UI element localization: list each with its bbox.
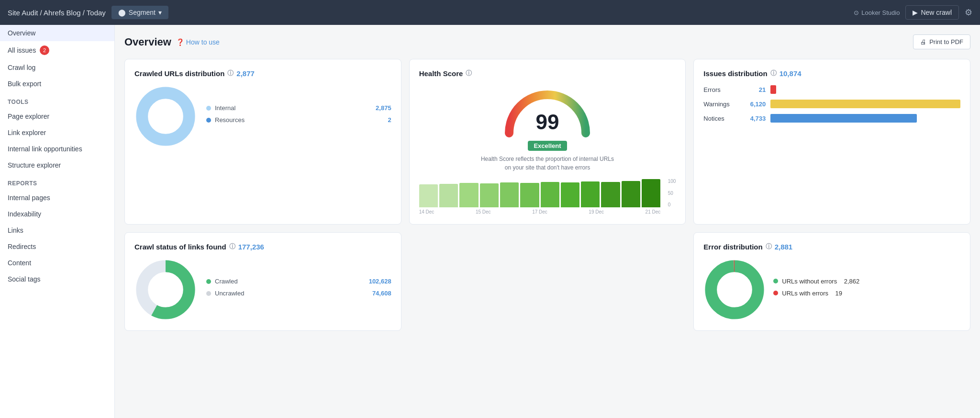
- without-errors-dot: [773, 279, 778, 283]
- health-bar-col: [622, 181, 640, 207]
- chart-label: 15 Dec: [476, 209, 491, 215]
- looker-studio-link[interactable]: ⊙ Looker Studio: [854, 9, 900, 16]
- without-errors-label: URLs without errors 2,862: [782, 278, 859, 285]
- issues-dist-info-icon[interactable]: ⓘ: [770, 69, 777, 78]
- health-bar: [500, 182, 519, 207]
- health-bar: [520, 183, 539, 207]
- chart-label: 14 Dec: [419, 209, 434, 215]
- sidebar-item-crawl-log[interactable]: Crawl log: [0, 59, 114, 76]
- health-bar-col: [419, 184, 438, 207]
- health-bar: [541, 182, 559, 207]
- chart-label: 21 Dec: [646, 209, 661, 215]
- cards-grid: Crawled URLs distribution ⓘ 2,877: [124, 59, 970, 331]
- topnav: Site Audit / Ahrefs Blog / Today ⬤ Segme…: [0, 0, 980, 25]
- sidebar-item-label: Internal pages: [8, 194, 50, 202]
- issues-distribution-title: Issues distribution ⓘ 10,874: [703, 69, 960, 78]
- health-bar: [439, 184, 458, 207]
- print-to-pdf-button[interactable]: 🖨 Print to PDF: [913, 34, 970, 49]
- segment-button[interactable]: ⬤ Segment ▾: [111, 6, 168, 19]
- play-icon: ▶: [913, 9, 918, 16]
- notices-bar-fill: [770, 114, 916, 123]
- sidebar-item-indexability[interactable]: Indexability: [0, 206, 114, 222]
- breadcrumb: Site Audit / Ahrefs Blog / Today: [8, 9, 106, 17]
- sidebar-item-social-tags[interactable]: Social tags: [0, 271, 114, 287]
- looker-icon: ⊙: [854, 9, 859, 16]
- error-distribution-card: Error distribution ⓘ 2,881: [693, 232, 970, 331]
- health-score-info-icon[interactable]: ⓘ: [466, 69, 472, 78]
- settings-icon[interactable]: ⚙: [965, 7, 972, 18]
- crawl-status-card: Crawl status of links found ⓘ 177,236: [124, 232, 401, 331]
- legend-with-errors: URLs with errors 19: [773, 290, 960, 297]
- health-bar: [459, 183, 478, 207]
- error-dist-count: 2,881: [775, 243, 793, 251]
- new-crawl-button[interactable]: ▶ New crawl: [905, 5, 959, 20]
- health-bar: [480, 183, 499, 207]
- sidebar-item-label: Social tags: [8, 275, 40, 283]
- sidebar-item-label: Links: [8, 226, 23, 234]
- health-bar-col: [459, 183, 478, 207]
- chevron-down-icon: ▾: [158, 9, 162, 16]
- sidebar-item-label: Structure explorer: [8, 161, 61, 169]
- notices-label: Notices: [703, 115, 739, 122]
- crawled-urls-donut: [134, 85, 197, 147]
- sidebar-item-links[interactable]: Links: [0, 222, 114, 238]
- error-dist-section: URLs without errors 2,862 URLs with erro…: [703, 259, 960, 321]
- crawl-status-info-icon[interactable]: ⓘ: [229, 242, 235, 251]
- legend-without-errors: URLs without errors 2,862: [773, 278, 960, 285]
- svg-point-9: [721, 276, 748, 303]
- health-bar: [419, 184, 438, 207]
- sidebar-item-redirects[interactable]: Redirects: [0, 238, 114, 255]
- issues-distribution-card: Issues distribution ⓘ 10,874 Errors 21: [693, 59, 970, 225]
- tools-section-label: Tools: [0, 92, 114, 108]
- health-bar: [642, 179, 660, 207]
- error-dist-title: Error distribution ⓘ 2,881: [703, 242, 960, 251]
- sidebar-item-page-explorer[interactable]: Page explorer: [0, 108, 114, 124]
- main-layout: Overview All issues 2 Crawl log Bulk exp…: [0, 25, 980, 418]
- crawled-urls-info-icon[interactable]: ⓘ: [227, 69, 234, 78]
- warnings-label: Warnings: [703, 101, 739, 108]
- sidebar-item-bulk-export[interactable]: Bulk export: [0, 76, 114, 92]
- sidebar-item-overview[interactable]: Overview: [0, 25, 114, 41]
- issue-row-errors: Errors 21: [703, 85, 960, 94]
- chart-label: 17 Dec: [532, 209, 547, 215]
- sidebar-item-label: Indexability: [8, 210, 41, 218]
- error-dist-info-icon[interactable]: ⓘ: [766, 242, 772, 251]
- error-dist-donut-svg: [703, 259, 766, 321]
- sidebar-item-internal-link-opp[interactable]: Internal link opportunities: [0, 141, 114, 157]
- health-score-card: Health Score ⓘ: [409, 59, 686, 225]
- health-bar: [601, 182, 620, 207]
- issue-row-warnings: Warnings 6,120: [703, 100, 960, 108]
- notices-bar-track: [770, 114, 960, 123]
- crawled-urls-donut-section: Internal 2,875 Resources 2: [134, 85, 391, 147]
- main-content: Overview ❓ How to use 🖨 Print to PDF Cra…: [115, 25, 980, 418]
- crawled-urls-card: Crawled URLs distribution ⓘ 2,877: [124, 59, 401, 225]
- internal-dot: [206, 106, 211, 111]
- sidebar: Overview All issues 2 Crawl log Bulk exp…: [0, 25, 115, 418]
- health-bar: [581, 181, 600, 207]
- sidebar-item-label: Content: [8, 259, 31, 267]
- sidebar-item-link-explorer[interactable]: Link explorer: [0, 124, 114, 141]
- axis-label-50: 50: [668, 191, 676, 196]
- health-bar-col: [581, 181, 600, 207]
- sidebar-item-content[interactable]: Content: [0, 255, 114, 271]
- crawled-urls-title: Crawled URLs distribution ⓘ 2,877: [134, 69, 391, 78]
- sidebar-item-structure-explorer[interactable]: Structure explorer: [0, 157, 114, 173]
- health-gauge-container: 99: [500, 85, 595, 138]
- sidebar-item-all-issues[interactable]: All issues 2: [0, 41, 114, 59]
- health-bar: [561, 182, 579, 207]
- health-bar-col: [439, 184, 458, 207]
- errors-bar-fill: [770, 85, 776, 94]
- sidebar-item-internal-pages[interactable]: Internal pages: [0, 190, 114, 206]
- errors-label: Errors: [703, 86, 739, 93]
- page-title: Overview: [124, 36, 171, 48]
- all-issues-badge: 2: [40, 45, 49, 55]
- health-score-title: Health Score ⓘ: [419, 69, 676, 78]
- health-bar-col: [642, 179, 660, 207]
- how-to-use-link[interactable]: ❓ How to use: [176, 38, 220, 46]
- resources-dot: [206, 118, 211, 123]
- legend-uncrawled: Uncrawled 74,608: [206, 290, 391, 297]
- legend-crawled: Crawled 102,628: [206, 278, 391, 285]
- question-icon: ❓: [176, 38, 184, 46]
- issue-row-notices: Notices 4,733: [703, 114, 960, 123]
- sidebar-item-label: Overview: [8, 29, 35, 37]
